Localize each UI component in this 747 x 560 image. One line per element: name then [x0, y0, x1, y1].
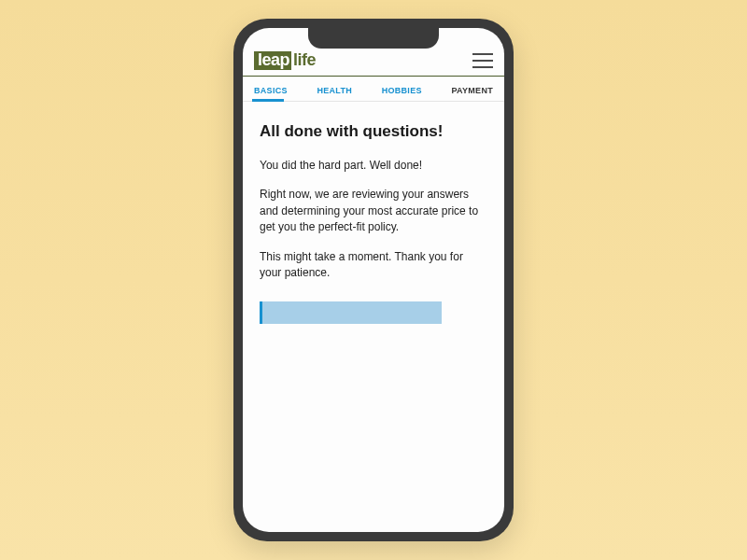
tab-health[interactable]: HEALTH: [315, 82, 354, 101]
progress-tabs: BASICS HEALTH HOBBIES PAYMENT: [243, 77, 504, 102]
main-content: All done with questions! You did the har…: [243, 102, 504, 324]
hamburger-menu-icon[interactable]: [472, 53, 493, 68]
loading-progress-fill: [260, 301, 442, 324]
phone-notch: [308, 28, 439, 49]
tab-basics[interactable]: BASICS: [252, 82, 289, 101]
intro-paragraph-1: You did the hard part. Well done!: [260, 158, 487, 174]
page-title: All done with questions!: [260, 122, 487, 141]
brand-logo[interactable]: leap life: [254, 50, 316, 70]
brand-logo-part2: life: [291, 50, 316, 70]
phone-frame: leap life BASICS HEALTH HOBBIES PAYMENT …: [233, 19, 514, 541]
tab-hobbies[interactable]: HOBBIES: [380, 82, 424, 101]
app-screen: leap life BASICS HEALTH HOBBIES PAYMENT …: [243, 28, 504, 532]
intro-paragraph-2: Right now, we are reviewing your answers…: [260, 187, 487, 235]
loading-progress: [260, 301, 487, 324]
brand-logo-part1: leap: [254, 51, 291, 70]
tab-active-indicator: [252, 99, 284, 102]
tab-payment[interactable]: PAYMENT: [449, 82, 495, 101]
intro-paragraph-3: This might take a moment. Thank you for …: [260, 249, 487, 282]
